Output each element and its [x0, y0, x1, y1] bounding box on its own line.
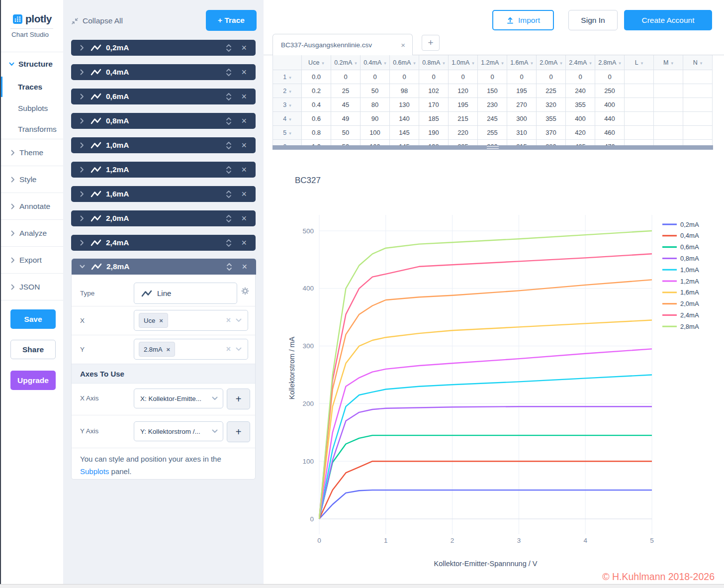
- sidebar-item-subplots[interactable]: Subplots: [0, 98, 63, 119]
- grid-cell[interactable]: 195: [449, 98, 478, 112]
- grid-cell[interactable]: 400: [566, 112, 595, 126]
- row-number[interactable]: 5▾: [273, 126, 302, 140]
- grid-cell[interactable]: 355: [537, 112, 566, 126]
- trace-row[interactable]: 0,4mA×: [71, 64, 256, 80]
- grid-cell[interactable]: [625, 70, 654, 84]
- grid-cell[interactable]: [683, 112, 713, 126]
- grid-column-header[interactable]: 0.8mA▾: [419, 55, 449, 70]
- grid-cell[interactable]: 150: [478, 84, 507, 98]
- legend-item-0,4mA[interactable]: 0,4mA: [680, 232, 699, 239]
- legend-item-1,2mA[interactable]: 1,2mA: [680, 278, 699, 285]
- grid-cell[interactable]: [683, 98, 713, 112]
- add-y-axis-button[interactable]: +: [227, 421, 250, 442]
- grid-cell[interactable]: 420: [566, 126, 595, 140]
- grid-cell[interactable]: 50: [331, 126, 361, 140]
- grid-cell[interactable]: 195: [507, 84, 537, 98]
- grid-cell[interactable]: 102: [419, 84, 449, 98]
- grid-cell[interactable]: [683, 126, 713, 140]
- sidebar-item-transforms[interactable]: Transforms: [0, 119, 63, 140]
- grid-cell[interactable]: 0: [331, 70, 361, 84]
- grid-cell[interactable]: 230: [478, 98, 507, 112]
- grid-cell[interactable]: [654, 126, 683, 140]
- horizontal-scrollbar-track[interactable]: [0, 584, 724, 588]
- grid-cell[interactable]: 0.6: [302, 112, 331, 126]
- scrollbar-drag-handle[interactable]: [487, 146, 499, 149]
- row-number[interactable]: 6▾: [273, 140, 302, 146]
- grid-column-header[interactable]: N▾: [683, 55, 713, 70]
- grid-cell[interactable]: 320: [537, 98, 566, 112]
- grid-cell[interactable]: 192: [419, 140, 449, 146]
- chevron-down-icon[interactable]: [236, 318, 242, 322]
- grid-column-header[interactable]: 2.4mA▾: [566, 55, 595, 70]
- row-number[interactable]: 1▾: [273, 70, 302, 84]
- legend-item-2,8mA[interactable]: 2,8mA: [680, 323, 699, 330]
- reorder-trace-icon[interactable]: [226, 68, 232, 77]
- subplots-link[interactable]: Subplots: [80, 467, 109, 476]
- grid-cell[interactable]: 245: [478, 112, 507, 126]
- grid-cell[interactable]: 0.8: [302, 126, 331, 140]
- grid-cell[interactable]: 45: [331, 98, 361, 112]
- grid-cell[interactable]: 255: [478, 126, 507, 140]
- grid-cell[interactable]: 355: [566, 98, 595, 112]
- grid-column-header[interactable]: Uce▾: [302, 55, 331, 70]
- row-menu-icon[interactable]: ▾: [289, 89, 291, 94]
- grid-cell[interactable]: 120: [449, 84, 478, 98]
- grid-cell[interactable]: 145: [390, 126, 419, 140]
- delete-trace-icon[interactable]: ×: [241, 92, 247, 101]
- legend-item-1,0mA[interactable]: 1,0mA: [680, 266, 699, 274]
- grid-cell[interactable]: 0: [595, 70, 625, 84]
- reorder-trace-icon[interactable]: [226, 93, 232, 101]
- trace-row[interactable]: 1,2mA×: [71, 162, 256, 178]
- grid-cell[interactable]: [654, 140, 683, 146]
- sidebar-item-export[interactable]: Export: [0, 246, 63, 274]
- trace-row[interactable]: 2,4mA×: [71, 235, 256, 251]
- trace-row-expanded[interactable]: 2,8mA ×: [72, 259, 256, 275]
- grid-column-header[interactable]: 2.8mA▾: [595, 55, 625, 70]
- collapse-all-button[interactable]: Collapse All: [71, 15, 123, 27]
- delete-trace-icon[interactable]: ×: [241, 190, 247, 198]
- x-column-token[interactable]: Uce ×: [139, 313, 168, 328]
- grid-cell[interactable]: 0.0: [302, 70, 331, 84]
- reorder-trace-icon[interactable]: [226, 117, 232, 125]
- grid-cell[interactable]: 370: [537, 126, 566, 140]
- row-menu-icon[interactable]: ▾: [289, 103, 291, 108]
- grid-cell[interactable]: 400: [595, 98, 625, 112]
- grid-column-header[interactable]: 0.6mA▾: [390, 55, 419, 70]
- grid-cell[interactable]: 25: [331, 84, 361, 98]
- gear-icon[interactable]: [241, 287, 249, 295]
- grid-cell[interactable]: 0.4: [302, 98, 331, 112]
- reorder-trace-icon[interactable]: [226, 141, 232, 150]
- row-menu-icon[interactable]: ▾: [289, 131, 291, 136]
- save-button[interactable]: Save: [10, 309, 56, 329]
- grid-cell[interactable]: 0: [566, 70, 595, 84]
- sidebar-item-traces[interactable]: Traces: [0, 76, 63, 98]
- grid-cell[interactable]: 310: [507, 126, 537, 140]
- trace-row[interactable]: 1,6mA×: [71, 186, 256, 202]
- grid-cell[interactable]: [683, 84, 713, 98]
- grid-cell[interactable]: [683, 70, 713, 84]
- grid-cell[interactable]: 315: [507, 140, 537, 146]
- create-account-button[interactable]: Create Account: [624, 10, 712, 30]
- grid-column-header[interactable]: 2.0mA▾: [537, 55, 566, 70]
- grid-column-header[interactable]: 1.0mA▾: [449, 55, 478, 70]
- remove-token-icon[interactable]: ×: [167, 346, 171, 353]
- grid-cell[interactable]: 215: [449, 112, 478, 126]
- grid-column-header[interactable]: L▾: [625, 55, 654, 70]
- row-menu-icon[interactable]: ▾: [289, 75, 291, 80]
- grid-cell[interactable]: 0: [390, 70, 419, 84]
- grid-cell[interactable]: 225: [537, 84, 566, 98]
- trace-type-select[interactable]: Line: [134, 283, 237, 304]
- close-tab-icon[interactable]: ×: [401, 41, 405, 49]
- grid-cell[interactable]: 240: [566, 84, 595, 98]
- y-column-token[interactable]: 2.8mA ×: [139, 342, 175, 357]
- grid-cell[interactable]: 190: [419, 126, 449, 140]
- grid-cell[interactable]: 1.0: [302, 140, 331, 146]
- grid-cell[interactable]: 460: [595, 126, 625, 140]
- legend-item-2,0mA[interactable]: 2,0mA: [680, 300, 699, 307]
- legend-item-0,6mA[interactable]: 0,6mA: [680, 243, 699, 251]
- reorder-trace-icon[interactable]: [226, 239, 232, 247]
- grid-cell[interactable]: [654, 84, 683, 98]
- delete-trace-icon[interactable]: ×: [241, 116, 247, 125]
- grid-cell[interactable]: 80: [361, 98, 390, 112]
- grid-cell[interactable]: [625, 84, 654, 98]
